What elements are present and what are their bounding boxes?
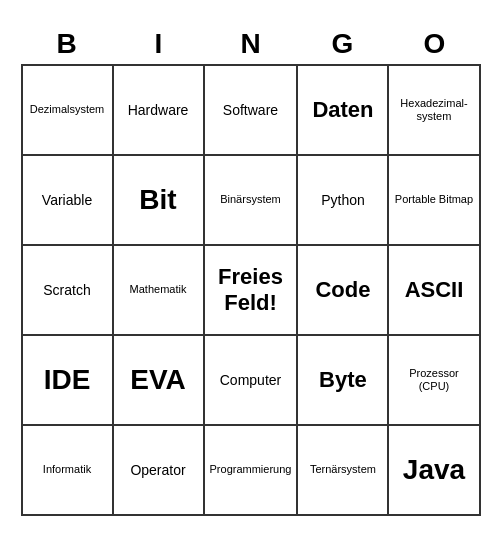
cell-text-r0-c2: Software: [223, 102, 278, 119]
cell-text-r0-c1: Hardware: [128, 102, 189, 119]
cell-r0-c0: Dezimalsystem: [23, 66, 114, 156]
cell-r1-c1: Bit: [114, 156, 205, 246]
cell-r0-c2: Software: [205, 66, 299, 156]
cell-r0-c4: Hexadezimal-system: [389, 66, 480, 156]
cell-r3-c0: IDE: [23, 336, 114, 426]
cell-r1-c2: Binärsystem: [205, 156, 299, 246]
cell-r2-c2: Freies Feld!: [205, 246, 299, 336]
cell-text-r1-c3: Python: [321, 192, 365, 209]
header-letter-O: O: [389, 28, 481, 60]
cell-r3-c4: Prozessor (CPU): [389, 336, 480, 426]
cell-r0-c1: Hardware: [114, 66, 205, 156]
cell-text-r3-c0: IDE: [44, 363, 91, 397]
cell-text-r2-c4: ASCII: [405, 277, 464, 303]
header-letter-B: B: [21, 28, 113, 60]
bingo-grid: DezimalsystemHardwareSoftwareDatenHexade…: [21, 64, 481, 516]
bingo-header: BINGO: [21, 28, 481, 60]
cell-text-r3-c4: Prozessor (CPU): [394, 367, 473, 393]
cell-text-r2-c2: Freies Feld!: [210, 264, 292, 317]
cell-text-r0-c3: Daten: [312, 97, 373, 123]
cell-r2-c3: Code: [298, 246, 389, 336]
cell-text-r4-c0: Informatik: [43, 463, 91, 476]
cell-text-r4-c2: Programmierung: [210, 463, 292, 476]
cell-r3-c3: Byte: [298, 336, 389, 426]
cell-r2-c0: Scratch: [23, 246, 114, 336]
cell-r1-c0: Variable: [23, 156, 114, 246]
cell-text-r3-c1: EVA: [130, 363, 186, 397]
cell-text-r1-c0: Variable: [42, 192, 92, 209]
cell-text-r4-c3: Ternärsystem: [310, 463, 376, 476]
cell-text-r1-c4: Portable Bitmap: [395, 193, 473, 206]
cell-text-r2-c0: Scratch: [43, 282, 90, 299]
header-letter-G: G: [297, 28, 389, 60]
cell-r1-c4: Portable Bitmap: [389, 156, 480, 246]
cell-text-r4-c4: Java: [403, 453, 465, 487]
header-letter-I: I: [113, 28, 205, 60]
cell-r4-c1: Operator: [114, 426, 205, 516]
cell-text-r2-c1: Mathematik: [130, 283, 187, 296]
cell-r3-c2: Computer: [205, 336, 299, 426]
cell-text-r1-c1: Bit: [139, 183, 176, 217]
cell-r4-c4: Java: [389, 426, 480, 516]
cell-r4-c2: Programmierung: [205, 426, 299, 516]
cell-r2-c4: ASCII: [389, 246, 480, 336]
header-letter-N: N: [205, 28, 297, 60]
cell-r0-c3: Daten: [298, 66, 389, 156]
cell-r4-c0: Informatik: [23, 426, 114, 516]
cell-text-r3-c3: Byte: [319, 367, 367, 393]
cell-text-r2-c3: Code: [315, 277, 370, 303]
cell-r2-c1: Mathematik: [114, 246, 205, 336]
cell-text-r0-c0: Dezimalsystem: [30, 103, 105, 116]
bingo-card: BINGO DezimalsystemHardwareSoftwareDaten…: [11, 18, 491, 526]
cell-text-r1-c2: Binärsystem: [220, 193, 281, 206]
cell-r1-c3: Python: [298, 156, 389, 246]
cell-text-r4-c1: Operator: [130, 462, 185, 479]
cell-text-r0-c4: Hexadezimal-system: [394, 97, 473, 123]
cell-text-r3-c2: Computer: [220, 372, 281, 389]
cell-r3-c1: EVA: [114, 336, 205, 426]
cell-r4-c3: Ternärsystem: [298, 426, 389, 516]
